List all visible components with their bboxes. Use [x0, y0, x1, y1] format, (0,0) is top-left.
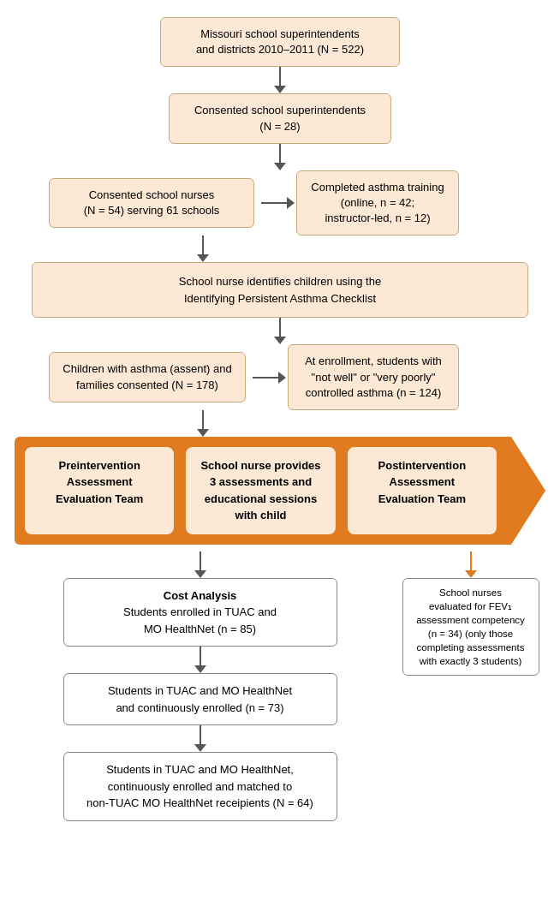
box-fev1-text: School nursesevaluated for FEV₁assessmen…: [416, 587, 525, 666]
arrow-6: [194, 551, 206, 578]
arrow-to-training: [261, 197, 295, 209]
arrow-head-7: [194, 665, 206, 673]
arrow-right-head-2: [278, 372, 286, 384]
arrow-line-4: [279, 318, 281, 337]
three-box-inner: PreinterventionAssessmentEvaluation Team…: [15, 437, 545, 545]
box-training: Completed asthma training(online, n = 42…: [296, 170, 459, 236]
arrow-line-2: [279, 144, 281, 163]
box-nurse-identifies-text: School nurse identifies children using t…: [179, 275, 381, 305]
box-postintervention-text: PostinterventionAssessmentEvaluation Tea…: [378, 459, 467, 505]
box-consented-super-text: Consented school superintendents(N = 28): [194, 104, 366, 132]
arrow-line-7: [200, 647, 201, 665]
box-enrollment: At enrollment, students with"not well" o…: [288, 344, 459, 410]
arrow-line-3: [202, 235, 204, 254]
arrow-5: [197, 410, 209, 437]
arrow-line-8: [200, 725, 201, 744]
arrow-line-orange: [470, 551, 472, 570]
box-students-73-text: Students in TUAC and MO HealthNetand con…: [108, 684, 292, 714]
box-nurses: Consented school nurses(N = 54) serving …: [49, 178, 254, 228]
arrow-head-8: [194, 744, 206, 752]
box-fev1: School nursesevaluated for FEV₁assessmen…: [402, 578, 539, 677]
row-children: Children with asthma (assent) andfamilie…: [15, 344, 545, 410]
arrow-head-orange: [465, 570, 477, 578]
box-students-64-text: Students in TUAC and MO HealthNet,contin…: [86, 763, 313, 809]
arrow-head-5: [197, 429, 209, 437]
arrow-head-4: [274, 337, 286, 344]
arrow-right-line-2: [253, 377, 278, 379]
arrow-head-3: [197, 254, 209, 262]
box-children-asthma-text: Children with asthma (assent) andfamilie…: [63, 362, 231, 390]
box-consented-super: Consented school superintendents(N = 28): [169, 93, 391, 143]
box-preintervention: PreinterventionAssessmentEvaluation Team: [23, 445, 176, 536]
right-column: School nursesevaluated for FEV₁assessmen…: [396, 551, 545, 677]
box-postintervention: PostinterventionAssessmentEvaluation Tea…: [346, 445, 498, 536]
arrow-3: [197, 235, 209, 262]
arrow-2: [274, 144, 286, 170]
box-children-asthma: Children with asthma (assent) andfamilie…: [49, 352, 246, 402]
arrow-head: [274, 86, 286, 93]
box-cost-analysis-body: Students enrolled in TUAC andMO HealthNe…: [123, 605, 277, 635]
arrow-head-6: [194, 570, 206, 578]
arrow-line-5: [202, 410, 204, 429]
arrow-4: [274, 318, 286, 344]
flowchart: Missouri school superintendentsand distr…: [0, 0, 560, 838]
arrow-right-line: [261, 202, 287, 204]
arrow-right-head: [287, 197, 295, 209]
box-enrollment-text: At enrollment, students with"not well" o…: [305, 355, 442, 398]
box-preintervention-text: PreinterventionAssessmentEvaluation Team: [56, 459, 143, 505]
box-nurse-middle: School nurse provides3 assessments anded…: [184, 445, 337, 536]
box-students-73: Students in TUAC and MO HealthNetand con…: [63, 673, 337, 725]
arrow-head-2: [274, 163, 286, 170]
box-missouri: Missouri school superintendentsand distr…: [160, 17, 400, 67]
arrow-line-6: [200, 551, 201, 570]
arrow-1: [274, 67, 286, 93]
arrow-orange-down: [465, 551, 477, 578]
box-nurses-text: Consented school nurses(N = 54) serving …: [84, 188, 220, 217]
three-box-section: PreinterventionAssessmentEvaluation Team…: [15, 437, 545, 545]
box-nurse-middle-text: School nurse provides3 assessments anded…: [200, 459, 320, 522]
row-nurses: Consented school nurses(N = 54) serving …: [15, 170, 545, 236]
arrow-7: [194, 647, 206, 673]
left-column: Cost Analysis Students enrolled in TUAC …: [15, 551, 385, 821]
arrow-8: [194, 725, 206, 752]
arrow-line: [279, 67, 281, 86]
box-nurse-identifies: School nurse identifies children using t…: [32, 262, 528, 318]
below-three-section: Cost Analysis Students enrolled in TUAC …: [15, 551, 545, 821]
box-cost-analysis: Cost Analysis Students enrolled in TUAC …: [63, 578, 337, 647]
arrow-to-enrollment: [253, 372, 286, 384]
box-cost-analysis-title: Cost Analysis: [164, 589, 237, 602]
box-missouri-text: Missouri school superintendentsand distr…: [196, 27, 364, 56]
box-training-text: Completed asthma training(online, n = 42…: [311, 181, 444, 224]
box-students-64: Students in TUAC and MO HealthNet,contin…: [63, 752, 337, 821]
